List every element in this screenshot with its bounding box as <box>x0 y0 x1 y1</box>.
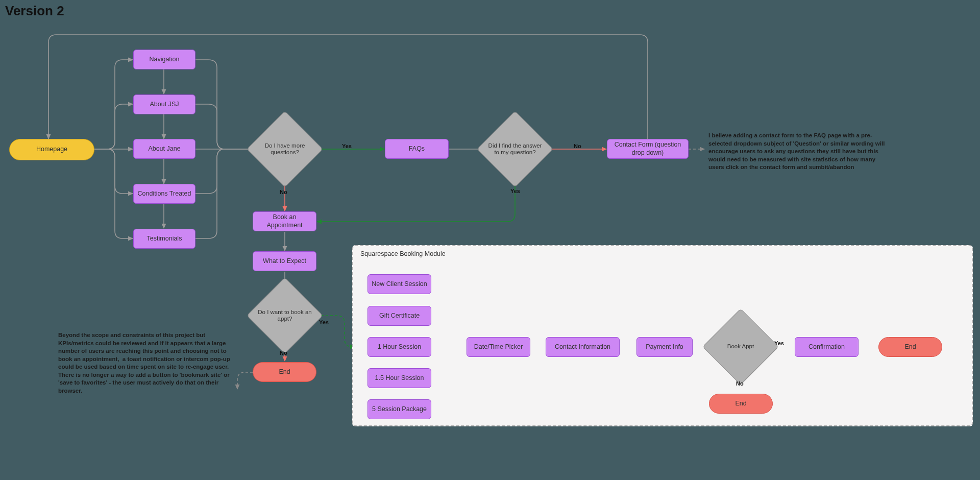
label-no-1: No <box>280 189 287 195</box>
node-testimonials: Testimonials <box>133 229 195 249</box>
node-end-2: End <box>709 394 773 414</box>
step-date-time: Date/Time Picker <box>467 337 530 357</box>
decision-want-to-book: Do I want to book an appt? <box>258 289 312 343</box>
option-5pkg: 5 Session Package <box>368 399 431 419</box>
label-yes-2: Yes <box>510 188 520 194</box>
option-1hr: 1 Hour Session <box>368 337 431 357</box>
label-yes-4: Yes <box>774 340 784 346</box>
step-payment: Payment Info <box>636 337 693 357</box>
node-book-appointment: Book an Appointment <box>253 211 316 231</box>
option-new-client: New Client Session <box>368 274 431 294</box>
page-title: Version 2 <box>5 3 64 19</box>
decision-found-answer: Did I find the answer to my question? <box>488 122 542 176</box>
label-yes-3: Yes <box>319 319 329 325</box>
step-contact-info: Contact Information <box>546 337 620 357</box>
node-what-to-expect: What to Expect <box>253 251 316 271</box>
node-contact-form: Contact Form (question drop down) <box>607 139 689 159</box>
node-about-jane: About Jane <box>133 139 195 159</box>
node-about-jsj: About JSJ <box>133 94 195 114</box>
option-1-5hr: 1.5 Hour Session <box>368 368 431 388</box>
decision-more-questions: Do I have more questions? <box>258 122 312 176</box>
node-faqs: FAQs <box>385 139 449 159</box>
label-no-2: No <box>574 143 581 149</box>
decision-book-appt: Book Appt <box>714 320 768 374</box>
node-end-1: End <box>253 362 316 382</box>
step-confirmation: Confirmation <box>795 337 859 357</box>
label-no-4: No <box>736 380 744 387</box>
node-navigation: Navigation <box>133 50 195 69</box>
node-homepage: Homepage <box>9 139 94 160</box>
label-no-3: No <box>280 350 287 356</box>
booking-module: Squarespace Booking Module <box>352 245 973 426</box>
label-yes-1: Yes <box>342 143 352 149</box>
node-end-3: End <box>878 337 942 357</box>
option-gift: Gift Certificate <box>368 306 431 326</box>
module-title: Squarespace Booking Module <box>360 250 446 257</box>
note-end: Beyond the scope and constraints of this… <box>58 331 237 423</box>
note-contact-form: I believe adding a contact form to the F… <box>708 132 887 188</box>
node-conditions-treated: Conditions Treated <box>133 184 195 204</box>
